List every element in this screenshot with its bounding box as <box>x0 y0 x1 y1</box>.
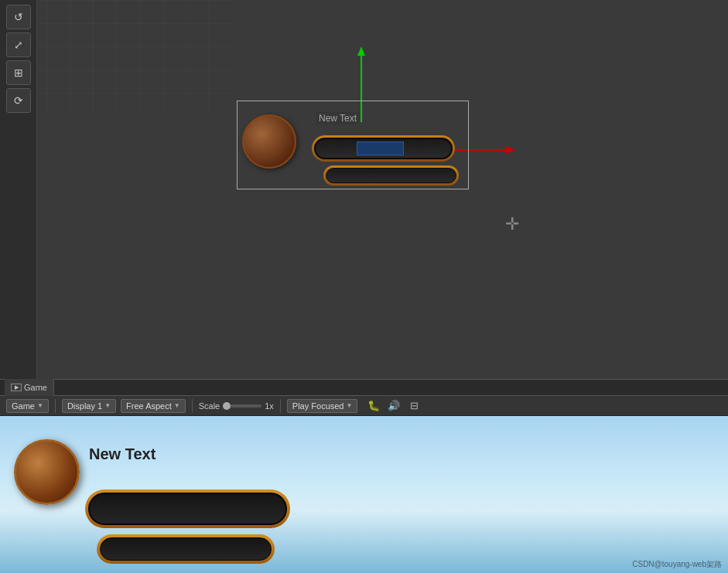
layout-button[interactable]: ⊟ <box>405 399 422 413</box>
x-axis-gizmo <box>446 149 508 151</box>
aspect-dropdown[interactable]: Free Aspect ▼ <box>121 399 186 413</box>
scene-new-text-label: New Text <box>316 112 360 124</box>
display-dropdown[interactable]: Display 1 ▼ <box>62 399 116 413</box>
scale-slider[interactable] <box>223 404 261 408</box>
scale-text: Scale <box>199 401 220 411</box>
toolbar-icons: 🐛 🔊 ⊟ <box>365 399 422 413</box>
top-bar-scene[interactable] <box>312 135 455 162</box>
bug-button[interactable]: 🐛 <box>365 399 382 413</box>
game-toolbar: Game ▼ Display 1 ▼ Free Aspect ▼ Scale 1… <box>0 396 728 416</box>
display-dropdown-arrow: ▼ <box>104 402 111 409</box>
separator-3 <box>280 399 281 413</box>
rect-tool-button[interactable]: ⊞ <box>6 60 31 85</box>
game-view: New Text CSDN@touyang-web架路 <box>0 416 728 573</box>
game-tab[interactable]: ▶ Game <box>5 379 54 396</box>
tab-bar: ▶ Game <box>0 379 728 396</box>
separator-1 <box>55 399 56 413</box>
game-bottom-bar <box>97 534 275 564</box>
game-dropdown-label: Game <box>12 401 35 411</box>
transform-tool-button[interactable]: ⟳ <box>6 88 31 113</box>
aspect-dropdown-label: Free Aspect <box>126 401 172 411</box>
display-dropdown-label: Display 1 <box>67 401 102 411</box>
game-dropdown[interactable]: Game ▼ <box>6 399 49 413</box>
y-axis-gizmo <box>361 53 362 122</box>
scene-view: ↺ ⤢ ⊞ ⟳ New Text ✛ <box>0 0 728 379</box>
play-focused-dropdown[interactable]: Play Focused ▼ <box>287 399 358 413</box>
sphere-object-scene[interactable] <box>242 114 296 169</box>
game-new-text-label: New Text <box>89 445 156 463</box>
watermark: CSDN@touyang-web架路 <box>632 559 722 570</box>
top-bar-inner <box>314 138 453 159</box>
bottom-bar-scene[interactable] <box>323 165 459 186</box>
scale-section: Scale 1x <box>199 401 274 411</box>
game-bottom-bar-inner <box>100 537 272 561</box>
aspect-dropdown-arrow: ▼ <box>174 402 180 409</box>
play-focused-label: Play Focused <box>292 401 344 411</box>
game-dropdown-arrow: ▼ <box>37 402 43 409</box>
play-focused-arrow: ▼ <box>347 402 353 409</box>
game-tab-icon: ▶ <box>11 384 22 391</box>
bottom-bar-inner <box>326 168 456 183</box>
game-top-bar-inner <box>88 493 287 525</box>
left-toolbar: ↺ ⤢ ⊞ ⟳ <box>0 0 37 379</box>
separator-2 <box>192 399 193 413</box>
rotate-tool-button[interactable]: ↺ <box>6 5 31 29</box>
scale-tool-button[interactable]: ⤢ <box>6 32 31 57</box>
scene-content: New Text ✛ <box>37 0 728 379</box>
scale-value: 1x <box>265 401 274 411</box>
game-tab-label: Game <box>24 383 47 392</box>
mute-button[interactable]: 🔊 <box>385 399 402 413</box>
game-top-bar <box>85 489 290 528</box>
top-bar-blue-section <box>357 142 404 155</box>
move-gizmo: ✛ <box>505 214 519 234</box>
game-sphere-object <box>14 439 80 505</box>
